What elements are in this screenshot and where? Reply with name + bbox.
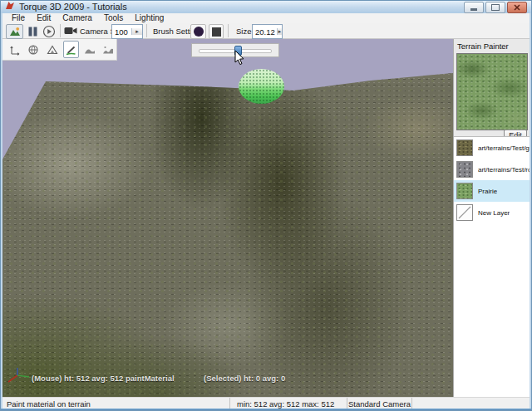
- new-layer-icon: [456, 204, 473, 221]
- minimize-button[interactable]: [464, 2, 484, 13]
- maximize-icon: [491, 4, 500, 11]
- menu-file[interactable]: File: [6, 13, 31, 23]
- title-bar: Torque 3D 2009 - Tutorials: [0, 0, 532, 13]
- viewport-3d[interactable]: (Mouse) ht: 512 avg: 512 paintMaterial (…: [2, 39, 453, 397]
- material-row-prairie[interactable]: Prairie: [454, 180, 530, 202]
- columns-icon: [28, 27, 37, 37]
- size-value[interactable]: 20.12: [253, 27, 277, 37]
- status-message: Paint material on terrain: [2, 398, 230, 409]
- material-thumbnail-rock: [456, 161, 473, 178]
- axis-tool-button[interactable]: [7, 41, 23, 58]
- maximize-button[interactable]: [485, 2, 505, 13]
- globe-icon: [27, 44, 39, 56]
- window-title: Torque 3D 2009 - Tutorials: [19, 2, 127, 12]
- app-window: Torque 3D 2009 - Tutorials File Edit Cam…: [0, 0, 532, 411]
- camera-speed-spinner[interactable]: ▸: [131, 28, 142, 35]
- brush-circle-button[interactable]: [190, 24, 206, 39]
- material-list: art/terrains/Test/gras art/terrains/Test…: [454, 136, 530, 397]
- material-thumbnail-prairie: [456, 183, 473, 199]
- mouse-cursor: [234, 51, 244, 69]
- play-icon: [42, 25, 56, 38]
- material-thumbnail-grass: [456, 139, 473, 156]
- size-label: Size: [236, 24, 251, 37]
- circle-brush-icon: [194, 27, 204, 37]
- terrain-editor-icon: [47, 44, 58, 56]
- axis-tool-icon: [9, 44, 21, 56]
- editor-tool-palette: [2, 39, 117, 61]
- torque-logo-icon: [5, 0, 15, 14]
- close-button[interactable]: [507, 2, 527, 13]
- status-empty-section: [412, 398, 530, 409]
- terrain-surface[interactable]: [2, 39, 453, 397]
- camera-mode-label: Standard Camera: [347, 398, 412, 409]
- brush-square-button[interactable]: [209, 24, 224, 39]
- toolbar-separator: [228, 24, 229, 37]
- terrain-brush-cursor: [239, 69, 284, 104]
- material-row-rock[interactable]: art/terrains/Test/rock: [454, 159, 530, 180]
- camera-icon: [64, 24, 77, 37]
- menu-camera[interactable]: Camera: [57, 13, 98, 23]
- material-preview: [456, 53, 528, 130]
- status-bar: Paint material on terrain min: 512 avg: …: [2, 397, 530, 409]
- valley-tool-icon: [102, 44, 114, 56]
- size-spinner[interactable]: ▸: [277, 28, 282, 35]
- hill-tool-icon: [84, 44, 96, 56]
- material-row-new-layer[interactable]: New Layer: [454, 202, 530, 223]
- height-stats: min: 512 avg: 512 max: 512: [230, 398, 347, 409]
- menu-bar: File Edit Camera Tools Lighting: [2, 13, 530, 23]
- mouse-height-readout: (Mouse) ht: 512 avg: 512 paintMaterial: [32, 374, 175, 383]
- window-layout-button[interactable]: [25, 24, 40, 39]
- menu-edit[interactable]: Edit: [31, 13, 57, 23]
- toolbar-separator: [60, 24, 61, 37]
- menu-lighting[interactable]: Lighting: [129, 13, 170, 23]
- globe-tool-button[interactable]: [26, 41, 42, 58]
- camera-speed-field[interactable]: 100 ▸: [111, 24, 143, 39]
- terrain-painter-icon: [65, 44, 76, 56]
- size-field[interactable]: 20.12 ▸: [252, 24, 283, 39]
- terrain-painter-panel: Terrain Painter Prairie Edit art/terrain…: [453, 39, 530, 397]
- main-toolbar: Camera Speed 100 ▸ Brush Settings Size 2…: [2, 23, 530, 39]
- menu-tools[interactable]: Tools: [98, 13, 129, 23]
- toolbar-separator: [146, 24, 147, 37]
- scene-view-button[interactable]: [6, 24, 23, 39]
- camera-speed-value[interactable]: 100: [112, 27, 131, 37]
- selected-height-readout: (Selected) ht: 0 avg: 0: [204, 374, 285, 383]
- terrain-editor-button[interactable]: [44, 41, 61, 58]
- axis-gizmo-icon: [6, 365, 32, 390]
- square-brush-icon: [212, 27, 221, 37]
- material-row-grass[interactable]: art/terrains/Test/gras: [454, 137, 530, 159]
- panel-title: Terrain Painter: [454, 39, 530, 51]
- terrain-painter-button[interactable]: [63, 41, 80, 58]
- close-icon: [514, 4, 520, 11]
- minimize-icon: [470, 8, 477, 11]
- play-button[interactable]: [41, 24, 57, 39]
- valley-tool-button[interactable]: [101, 41, 117, 58]
- landscape-icon: [9, 27, 21, 37]
- hill-tool-button[interactable]: [81, 41, 98, 58]
